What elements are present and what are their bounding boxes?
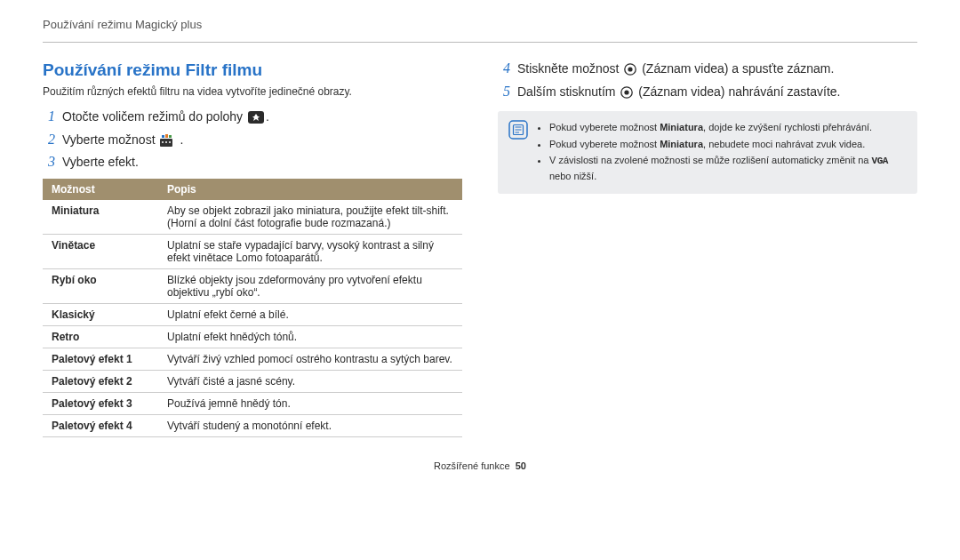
step-item: 1 Otočte voličem režimů do polohy . <box>43 108 462 126</box>
step-text: Otočte voličem režimů do polohy . <box>62 108 269 126</box>
step-text: Dalším stisknutím (Záznam videa) nahrává… <box>517 84 840 101</box>
table-header-desc: Popis <box>158 179 462 200</box>
film-mode-icon <box>160 134 178 147</box>
step-number: 3 <box>43 154 55 170</box>
left-column: Používání režimu Filtr filmu Použitím rů… <box>43 60 462 437</box>
table-row: Paletový efekt 4Vytváří studený a monotó… <box>43 414 462 436</box>
table-row: Paletový efekt 1Vytváří živý vzhled pomo… <box>43 348 462 370</box>
step-number: 1 <box>43 108 55 124</box>
table-header-option: Možnost <box>43 179 158 200</box>
step-number: 4 <box>498 60 510 76</box>
note-item: V závislosti na zvolené možnosti se může… <box>549 153 907 183</box>
svg-rect-6 <box>162 135 164 138</box>
info-icon <box>508 120 528 140</box>
table-row: Paletový efekt 2Vytváří čisté a jasné sc… <box>43 370 462 392</box>
step-number: 5 <box>498 84 510 100</box>
option-name: Klasický <box>43 303 158 325</box>
svg-point-5 <box>169 141 171 143</box>
option-desc: Vytváří čisté a jasné scény. <box>158 370 462 392</box>
record-button-icon <box>624 63 636 76</box>
table-row: Rybí okoBlízké objekty jsou zdeformovány… <box>43 268 462 303</box>
step-item: 2 Vyberte možnost . <box>43 132 462 149</box>
steps-list-right: 4 Stiskněte možnost (Záznam videa) a spu… <box>498 60 917 100</box>
footer-page-number: 50 <box>516 460 526 471</box>
note-box: Pokud vyberete možnost Miniatura, dojde … <box>498 111 917 194</box>
option-desc: Vytváří studený a monotónní efekt. <box>158 414 462 436</box>
svg-point-3 <box>162 141 164 143</box>
table-row: VinětaceUplatní se staře vypadající barv… <box>43 234 462 268</box>
option-desc: Vytváří živý vzhled pomocí ostrého kontr… <box>158 348 462 370</box>
option-desc: Blízké objekty jsou zdeformovány pro vyt… <box>158 268 462 303</box>
section-subtitle: Použitím různých efektů filtru na videa … <box>43 85 462 98</box>
table-row: Paletový efekt 3Používá jemně hnědý tón. <box>43 392 462 414</box>
page-footer: Rozšířené funkce 50 <box>43 460 917 471</box>
option-desc: Uplatní efekt černé a bílé. <box>158 303 462 325</box>
option-desc: Používá jemně hnědý tón. <box>158 392 462 414</box>
option-name: Paletový efekt 3 <box>43 392 158 414</box>
option-name: Retro <box>43 325 158 348</box>
note-item: Pokud vyberete možnost Miniatura, nebude… <box>549 137 907 152</box>
option-name: Paletový efekt 2 <box>43 370 158 392</box>
option-name: Miniatura <box>43 200 158 235</box>
option-desc: Uplatní se staře vypadající barvy, vysok… <box>158 234 462 268</box>
step-text: Vyberte možnost . <box>62 132 183 149</box>
note-list: Pokud vyberete možnost Miniatura, dojde … <box>537 120 907 185</box>
right-column: 4 Stiskněte možnost (Záznam videa) a spu… <box>498 60 917 437</box>
option-name: Paletový efekt 1 <box>43 348 158 370</box>
chapter-title: Používání režimu Magický plus <box>43 18 917 31</box>
option-name: Vinětace <box>43 234 158 268</box>
step-item: 4 Stiskněte možnost (Záznam videa) a spu… <box>498 60 917 78</box>
section-heading: Používání režimu Filtr filmu <box>43 60 462 80</box>
steps-list-left: 1 Otočte voličem režimů do polohy . 2 Vy… <box>43 108 462 172</box>
step-number: 2 <box>43 132 55 148</box>
option-name: Paletový efekt 4 <box>43 414 158 436</box>
divider <box>43 42 917 43</box>
mode-dial-icon <box>248 111 264 124</box>
svg-point-4 <box>165 141 167 143</box>
footer-section: Rozšířené funkce <box>434 460 510 471</box>
table-row: RetroUplatní efekt hnědých tónů. <box>43 325 462 348</box>
option-desc: Aby se objekt zobrazil jako miniatura, p… <box>158 200 462 235</box>
svg-rect-8 <box>169 135 172 138</box>
step-item: 5 Dalším stisknutím (Záznam videa) nahrá… <box>498 84 917 101</box>
record-button-icon <box>620 86 633 99</box>
table-row: KlasickýUplatní efekt černé a bílé. <box>43 303 462 325</box>
svg-rect-7 <box>165 134 168 138</box>
table-row: MiniaturaAby se objekt zobrazil jako min… <box>43 200 462 235</box>
svg-point-10 <box>628 68 633 72</box>
note-item: Pokud vyberete možnost Miniatura, dojde … <box>549 120 907 135</box>
svg-point-12 <box>625 90 629 94</box>
step-item: 3 Vyberte efekt. <box>43 154 462 172</box>
step-text: Vyberte efekt. <box>62 154 139 172</box>
options-table: Možnost Popis MiniaturaAby se objekt zob… <box>43 179 462 437</box>
step-text: Stiskněte možnost (Záznam videa) a spusť… <box>517 60 834 78</box>
option-desc: Uplatní efekt hnědých tónů. <box>158 325 462 348</box>
option-name: Rybí oko <box>43 268 158 303</box>
